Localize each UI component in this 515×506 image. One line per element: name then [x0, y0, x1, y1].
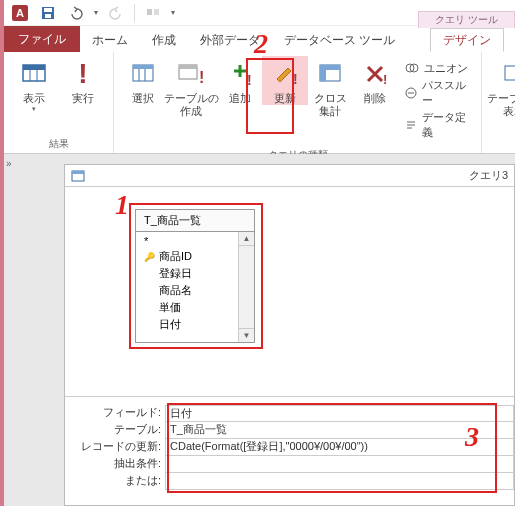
tab-file[interactable]: ファイル [4, 26, 80, 52]
svg-text:!: ! [293, 71, 298, 87]
undo-icon[interactable] [66, 3, 86, 23]
field-item-price[interactable]: 単価 [136, 299, 238, 316]
table-field-list[interactable]: T_商品一覧 * 🔑商品ID 登録日 商品名 単価 日付 ▲ [135, 209, 255, 343]
row-or-label: または: [65, 473, 165, 490]
qat-customize-icon[interactable]: ▾ [171, 8, 175, 17]
workspace: » クエリ3 T_商品一覧 * 🔑商品ID 登録日 商品名 単価 [4, 154, 515, 506]
query-icon [71, 169, 85, 183]
context-tab-group: クエリ ツール デザイン [418, 11, 515, 52]
undo-dropdown-icon[interactable]: ▾ [94, 8, 98, 17]
append-icon: ! [224, 58, 256, 90]
delete-button[interactable]: ! 削除 [353, 56, 398, 105]
union-button[interactable]: ユニオン [404, 60, 469, 76]
redo-icon[interactable] [106, 3, 126, 23]
update-icon: ! [269, 58, 301, 90]
svg-rect-4 [45, 14, 51, 18]
row-or-value[interactable] [165, 473, 514, 490]
field-list-scrollbar[interactable]: ▲ ▼ [238, 232, 254, 342]
field-item-name[interactable]: 商品名 [136, 282, 238, 299]
crosstab-icon [314, 58, 346, 90]
svg-text:!: ! [383, 72, 387, 87]
show-table-icon [498, 58, 515, 90]
row-field-label: フィールド: [65, 405, 165, 422]
field-item-date[interactable]: 日付 [136, 316, 238, 333]
app-icon: A [10, 3, 30, 23]
row-update-label: レコードの更新: [65, 439, 165, 456]
svg-rect-30 [72, 171, 84, 174]
tab-create[interactable]: 作成 [140, 28, 188, 52]
svg-text:!: ! [78, 59, 87, 89]
row-field-value[interactable]: 日付 [165, 405, 514, 422]
run-icon: ! [67, 58, 99, 90]
annotation-1: 1 [115, 189, 129, 221]
svg-rect-28 [505, 66, 515, 80]
update-button[interactable]: ! 更新 [262, 56, 307, 105]
context-group-label: クエリ ツール [418, 11, 515, 28]
field-item-regdate[interactable]: 登録日 [136, 265, 238, 282]
show-table-button[interactable]: テーブルの 表示 [488, 56, 515, 118]
svg-rect-3 [44, 8, 52, 12]
make-table-button[interactable]: ! テーブルの 作成 [165, 56, 217, 118]
passthrough-icon [404, 85, 418, 101]
svg-rect-17 [179, 65, 197, 69]
row-table-value[interactable]: T_商品一覧 [165, 422, 514, 439]
svg-rect-6 [154, 9, 159, 15]
field-item-star[interactable]: * [136, 234, 238, 248]
svg-text:!: ! [199, 69, 204, 86]
make-table-icon: ! [175, 58, 207, 90]
svg-rect-13 [133, 65, 153, 69]
delete-icon: ! [359, 58, 391, 90]
primary-key-icon: 🔑 [144, 252, 155, 262]
crosstab-button[interactable]: クロス 集計 [308, 56, 353, 118]
data-definition-button[interactable]: データ定義 [404, 110, 469, 140]
group-results-label: 結果 [4, 137, 113, 153]
field-item-id[interactable]: 🔑商品ID [136, 248, 238, 265]
scroll-up-icon[interactable]: ▲ [239, 232, 254, 246]
svg-text:!: ! [247, 72, 252, 87]
qat-more-icon[interactable] [143, 3, 163, 23]
select-icon [127, 58, 159, 90]
view-button[interactable]: 表示 ▾ [10, 56, 59, 113]
expand-nav-icon[interactable]: » [6, 158, 12, 169]
svg-rect-5 [147, 9, 152, 15]
row-table-label: テーブル: [65, 422, 165, 439]
table-relationship-pane[interactable]: T_商品一覧 * 🔑商品ID 登録日 商品名 単価 日付 ▲ [65, 187, 514, 397]
scroll-down-icon[interactable]: ▼ [239, 328, 254, 342]
table-title: T_商品一覧 [136, 210, 254, 232]
annotation-2: 2 [254, 28, 268, 60]
tab-home[interactable]: ホーム [80, 28, 140, 52]
run-button[interactable]: ! 実行 [59, 56, 108, 105]
nav-pane-collapsed[interactable]: » [4, 154, 26, 506]
row-criteria-label: 抽出条件: [65, 456, 165, 473]
select-query-button[interactable]: 選択 [120, 56, 165, 105]
append-button[interactable]: ! 追加 [217, 56, 262, 105]
subwindow-title: クエリ3 [469, 168, 508, 183]
svg-rect-8 [23, 65, 45, 70]
passthrough-button[interactable]: パススルー [404, 78, 469, 108]
row-update-value[interactable]: CDate(Format([登録日],"0000¥/00¥/00")) [165, 439, 514, 456]
tab-design[interactable]: デザイン [430, 28, 504, 52]
data-def-icon [404, 117, 418, 133]
svg-text:A: A [16, 7, 24, 19]
ribbon: 表示 ▾ ! 実行 結果 選択 ! テーブルの 作成 [4, 52, 515, 154]
row-criteria-value[interactable] [165, 456, 514, 473]
view-icon [18, 58, 50, 90]
svg-rect-23 [320, 65, 340, 70]
query-design-window: クエリ3 T_商品一覧 * 🔑商品ID 登録日 商品名 単価 日付 [64, 164, 515, 506]
subwindow-header: クエリ3 [65, 165, 514, 187]
save-icon[interactable] [38, 3, 58, 23]
union-icon [404, 60, 420, 76]
tab-database-tools[interactable]: データベース ツール [272, 28, 407, 52]
design-grid: フィールド: 日付 テーブル: T_商品一覧 レコードの更新: CDate(Fo… [65, 397, 514, 490]
annotation-3: 3 [465, 421, 479, 453]
